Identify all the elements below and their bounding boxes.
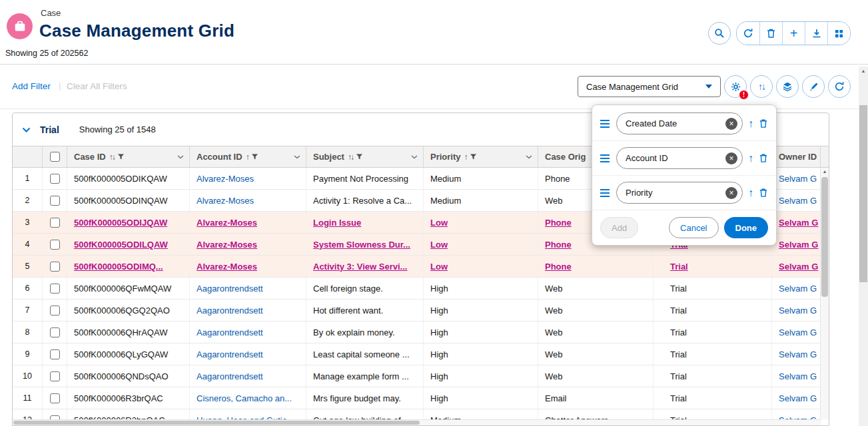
view-selector-dropdown[interactable]: Case Management Grid (578, 76, 721, 97)
drag-handle-icon[interactable] (600, 123, 610, 124)
chevron-down-icon[interactable] (526, 155, 532, 159)
owner-link[interactable]: Selvam G (779, 371, 817, 381)
clear-field-button[interactable]: × (725, 118, 737, 130)
account-link[interactable]: Alvarez-Moses (197, 174, 254, 184)
remove-field-button[interactable] (759, 153, 768, 163)
row-checkbox[interactable] (50, 371, 60, 381)
row-checkbox[interactable] (50, 174, 60, 184)
account-link[interactable]: Alvarez-Moses (197, 262, 257, 272)
row-checkbox[interactable] (50, 218, 60, 228)
row-checkbox[interactable] (50, 306, 60, 316)
layers-button[interactable] (776, 75, 799, 98)
group-name[interactable]: Trial (40, 124, 59, 135)
owner-link[interactable]: Selvam G (779, 284, 817, 294)
clear-field-button[interactable]: × (725, 152, 737, 164)
sort-updown-icon[interactable]: ↑↓ (348, 152, 353, 162)
sort-up-icon[interactable]: ↑ (464, 152, 467, 162)
page-title: Case Management Grid (39, 21, 234, 41)
move-up-button[interactable]: ↑ (748, 152, 753, 164)
account-link[interactable]: Aagarontrendsett (197, 371, 263, 381)
add-sort-field-button[interactable]: Add (600, 217, 638, 238)
sort-field-value: Created Date (626, 118, 725, 128)
grid-view-button[interactable] (827, 22, 850, 45)
header-priority[interactable]: Priority ↑ (424, 146, 538, 167)
row-checkbox[interactable] (50, 284, 60, 294)
drag-handle-icon[interactable] (600, 158, 610, 159)
brush-button[interactable] (802, 75, 825, 98)
page-vertical-scrollbar[interactable]: ▲ (859, 67, 868, 426)
clear-all-filters-link[interactable]: Clear All Filters (67, 81, 127, 91)
header-subject[interactable]: Subject ↑↓ (306, 146, 424, 167)
sort-updown-icon[interactable]: ↑↓ (820, 152, 821, 162)
scroll-up-arrow-icon[interactable]: ▲ (859, 69, 868, 73)
row-number: 6 (13, 278, 43, 299)
add-button[interactable]: + (782, 22, 805, 45)
account-link[interactable]: Alvarez-Moses (197, 240, 257, 250)
add-filter-link[interactable]: Add Filter (12, 81, 51, 91)
search-button[interactable] (708, 22, 731, 45)
owner-link[interactable]: Selvam G (779, 218, 818, 228)
sort-field-input[interactable]: Account ID × (616, 147, 743, 169)
chevron-down-icon[interactable] (411, 155, 418, 159)
clear-field-button[interactable]: × (725, 187, 737, 199)
sort-field-input[interactable]: Priority × (616, 182, 743, 204)
trial-cell: Trial (653, 387, 772, 409)
account-link[interactable]: Aagarontrendsett (197, 349, 263, 359)
filter-icon[interactable] (470, 153, 477, 160)
owner-link[interactable]: Selvam G (779, 306, 817, 316)
account-link[interactable]: Aagarontrendsett (197, 327, 263, 337)
row-checkbox[interactable] (50, 349, 60, 359)
row-checkbox[interactable] (50, 262, 60, 272)
owner-link[interactable]: Selvam G (779, 174, 817, 184)
row-checkbox[interactable] (50, 327, 60, 337)
header-button-group: + (736, 21, 851, 45)
row-checkbox[interactable] (50, 240, 60, 250)
chevron-down-icon[interactable] (177, 155, 184, 159)
table-vertical-scrollbar[interactable]: ▲ (820, 168, 829, 419)
group-collapse-chevron-icon[interactable] (22, 127, 31, 132)
table-horizontal-scrollbar[interactable] (13, 419, 821, 425)
row-checkbox[interactable] (50, 196, 60, 206)
owner-link[interactable]: Selvam G (779, 393, 817, 403)
remove-field-button[interactable] (759, 188, 768, 198)
owner-link[interactable]: Selvam G (779, 196, 817, 206)
header-owner-id[interactable]: Owner ID ↑↓ (772, 146, 821, 167)
page-scroll-thumb[interactable] (859, 105, 867, 282)
account-link[interactable]: Aagarontrendsett (197, 284, 263, 294)
sort-field-input[interactable]: Created Date × (616, 112, 743, 134)
account-link[interactable]: Aagarontrendsett (197, 306, 263, 316)
move-up-button[interactable]: ↑ (748, 118, 753, 130)
scroll-up-arrow-icon[interactable]: ▲ (821, 169, 829, 174)
refresh-grid-button[interactable] (828, 75, 851, 98)
cancel-button[interactable]: Cancel (669, 217, 718, 238)
download-button[interactable] (805, 22, 827, 45)
sort-up-icon[interactable]: ↑ (246, 152, 248, 162)
select-all-checkbox[interactable] (50, 152, 60, 162)
account-link[interactable]: Alvarez-Moses (197, 218, 257, 228)
move-up-button[interactable]: ↑ (748, 187, 753, 199)
owner-link[interactable]: Selvam G (779, 349, 817, 359)
case-origin-cell: Web (538, 321, 653, 343)
header-case-id[interactable]: Case ID ↑↓ (67, 146, 190, 167)
row-checkbox[interactable] (50, 393, 60, 403)
sort-button[interactable]: ↑↓ (750, 75, 773, 98)
account-link[interactable]: Alvarez-Moses (197, 196, 254, 206)
table-horizontal-scroll-thumb[interactable] (13, 421, 420, 425)
delete-button[interactable] (759, 22, 782, 45)
filter-icon[interactable] (117, 153, 125, 160)
sort-updown-icon[interactable]: ↑↓ (109, 152, 115, 162)
account-link[interactable]: Cisneros, Camacho an... (197, 393, 292, 403)
drag-handle-icon[interactable] (600, 192, 610, 194)
owner-link[interactable]: Selvam G (779, 262, 818, 272)
refresh-button[interactable] (737, 22, 759, 45)
header-account-id[interactable]: Account ID ↑ (190, 146, 306, 167)
owner-link[interactable]: Selvam G (779, 240, 818, 250)
caret-down-icon (705, 85, 712, 89)
filter-icon[interactable] (356, 153, 363, 160)
filter-icon[interactable] (251, 153, 258, 160)
remove-field-button[interactable] (759, 118, 768, 128)
table-vertical-scroll-thumb[interactable] (821, 177, 828, 297)
owner-link[interactable]: Selvam G (779, 327, 817, 337)
done-button[interactable]: Done (724, 217, 769, 238)
chevron-down-icon[interactable] (294, 155, 300, 159)
